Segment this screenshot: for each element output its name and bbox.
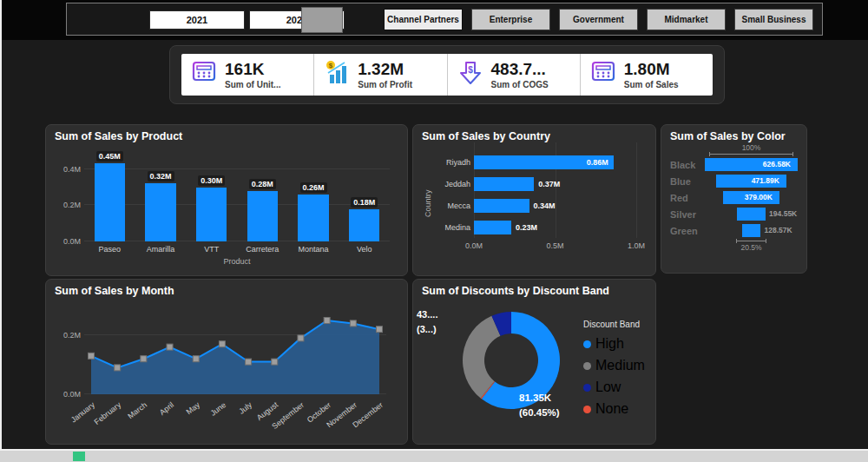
bar-value-label: 0.34M	[534, 199, 556, 213]
data-point-july[interactable]	[246, 359, 252, 365]
kpi-text: 161KSum of Unit...	[225, 61, 280, 89]
bar-chart-sales-by-product: 0.0M0.2M0.4M0.45M0.32M0.30M0.28M0.26M0.1…	[55, 151, 398, 274]
legend-label: Medium	[595, 358, 645, 373]
data-point-february[interactable]	[115, 365, 121, 371]
chart-title: Sum of Sales by Month	[55, 285, 398, 297]
bar-row: Riyadh0.86M	[434, 151, 647, 173]
slicer-scroll-handle[interactable]	[301, 7, 343, 33]
data-point-june[interactable]	[219, 341, 225, 347]
legend-dot	[583, 406, 591, 413]
bar-track: 0.34M	[474, 199, 636, 213]
funnel-value-label: 128.57K	[764, 224, 792, 237]
legend-label: High	[595, 336, 624, 352]
category-label: Mecca	[434, 201, 474, 210]
bar-value-label: 0.37M	[538, 177, 560, 191]
bracket-tick	[766, 239, 766, 243]
x-tick-label: 1.0M	[628, 241, 645, 250]
donut-chart-discounts: 43....(3...)81.35K(60.45%)Discount BandH…	[422, 297, 647, 433]
bar-jeddah[interactable]	[474, 177, 534, 191]
legend-item-low[interactable]: Low	[583, 380, 645, 395]
bar-velo[interactable]	[349, 209, 379, 241]
bar-paseo[interactable]	[95, 163, 125, 241]
year-slicer-2021[interactable]: 2021	[149, 10, 245, 30]
x-labels: JanuaryFebruaryMarchAprilMayJuneJulyAugu…	[84, 398, 386, 438]
bar-column-carretera: 0.28M	[237, 151, 288, 241]
data-point-january[interactable]	[89, 353, 95, 359]
area-plot: 0.0M0.2M	[84, 306, 386, 394]
x-tick-label: 0.0M	[465, 241, 483, 250]
bar-vtt[interactable]	[196, 188, 227, 241]
chart-title: Sum of Sales by Color	[670, 130, 798, 142]
funnel-bar-area: 128.57K	[705, 224, 798, 237]
bar-montana[interactable]	[298, 195, 328, 241]
bar-value-label: 0.30M	[198, 175, 225, 186]
data-point-may[interactable]	[193, 356, 199, 362]
legend-item-high[interactable]: High	[583, 336, 645, 352]
legend-item-medium[interactable]: Medium	[583, 358, 645, 373]
callout-line: (3...)	[417, 322, 437, 337]
category-label: Medina	[434, 223, 474, 232]
bar-medina[interactable]	[474, 221, 511, 234]
bracket-label: 20.5%	[705, 243, 798, 252]
area-series-svg	[84, 306, 386, 394]
data-point-march[interactable]	[141, 356, 147, 362]
category-label: Black	[670, 160, 705, 170]
data-point-october[interactable]	[324, 318, 330, 324]
category-label: Red	[670, 193, 705, 203]
chart-title: Sum of Sales by Product	[55, 130, 398, 142]
data-point-august[interactable]	[272, 359, 278, 365]
kpi-card-sum-of-profit[interactable]: $1.32MSum of Profit	[314, 54, 447, 96]
bar-amarilla[interactable]	[145, 183, 175, 241]
bar-value-label: 0.28M	[249, 179, 276, 189]
slicer-bar: 2021 2022 Channel PartnersEnterpriseGove…	[66, 3, 823, 36]
bar-value-label: 0.45M	[96, 151, 123, 162]
x-axis-title: Product	[76, 257, 398, 266]
callout-line: (60.45%)	[519, 406, 560, 420]
chart-title: Sum of Sales by Country	[422, 130, 647, 142]
funnel-bar-green[interactable]	[742, 224, 761, 237]
segment-button-enterprise[interactable]: Enterprise	[471, 9, 550, 30]
calculator-icon	[589, 60, 618, 89]
bar-column-velo: 0.18M	[339, 151, 390, 241]
bar-column-amarilla: 0.32M	[135, 151, 187, 241]
data-point-september[interactable]	[298, 335, 304, 341]
profit-chart-icon: $	[322, 60, 352, 89]
hbar-wrap: CountryRiyadh0.86MJeddah0.37MMecca0.34MM…	[422, 142, 647, 265]
bar-mecca[interactable]	[474, 199, 529, 213]
bar-column-montana: 0.26M	[288, 151, 339, 241]
data-point-november[interactable]	[350, 320, 356, 327]
bars-row: 0.45M0.32M0.30M0.28M0.26M0.18M	[84, 151, 390, 241]
bar-carretera[interactable]	[247, 191, 278, 241]
category-label: Amarilla	[135, 245, 187, 254]
legend-item-none[interactable]: None	[583, 401, 645, 417]
area-chart-sales-by-month: 0.0M0.2MJanuaryFebruaryMarchAprilMayJune…	[55, 306, 398, 442]
data-point-december[interactable]	[377, 327, 383, 333]
kpi-card-sum-of-unit-[interactable]: 161KSum of Unit...	[181, 54, 314, 96]
bottom-taskbar	[0, 449, 868, 462]
segment-button-channel-partners[interactable]: Channel Partners	[384, 9, 463, 30]
kpi-value: 1.80M	[624, 61, 679, 77]
taskbar-item[interactable]	[73, 452, 85, 461]
kpi-label: Sum of Unit...	[225, 80, 280, 89]
funnel-chart-sales-by-color: 100%Black626.58KBlue471.89KRed379.00KSil…	[670, 143, 798, 263]
funnel-row: Blue471.89K	[670, 175, 798, 188]
bar-row: Medina0.23M	[434, 216, 647, 238]
legend-title: Discount Band	[583, 320, 645, 329]
funnel-row: Red379.00K	[670, 191, 798, 204]
bracket-tick	[792, 152, 793, 156]
funnel-bar-silver[interactable]	[737, 208, 766, 221]
bar-value-label: 0.32M	[148, 171, 174, 182]
bracket-label: 100%	[705, 143, 798, 152]
kpi-card-sum-of-sales[interactable]: 1.80MSum of Sales	[581, 54, 713, 96]
segment-button-midmarket[interactable]: Midmarket	[647, 9, 726, 30]
segment-button-government[interactable]: Government	[559, 9, 638, 30]
powerbi-dashboard: 2021 2022 Channel PartnersEnterpriseGove…	[0, 0, 868, 462]
bar-plot: 0.0M0.2M0.4M0.45M0.32M0.30M0.28M0.26M0.1…	[84, 151, 390, 241]
kpi-card-sum-of-cogs[interactable]: $483.7...Sum of COGS	[448, 54, 581, 96]
legend-dot	[583, 362, 591, 370]
category-label: Green	[670, 226, 705, 236]
segment-button-small-business[interactable]: Small Business	[734, 9, 813, 30]
data-point-april[interactable]	[167, 344, 173, 350]
callout-line: 81.35K	[519, 391, 560, 406]
kpi-text: 1.80MSum of Sales	[624, 61, 679, 89]
